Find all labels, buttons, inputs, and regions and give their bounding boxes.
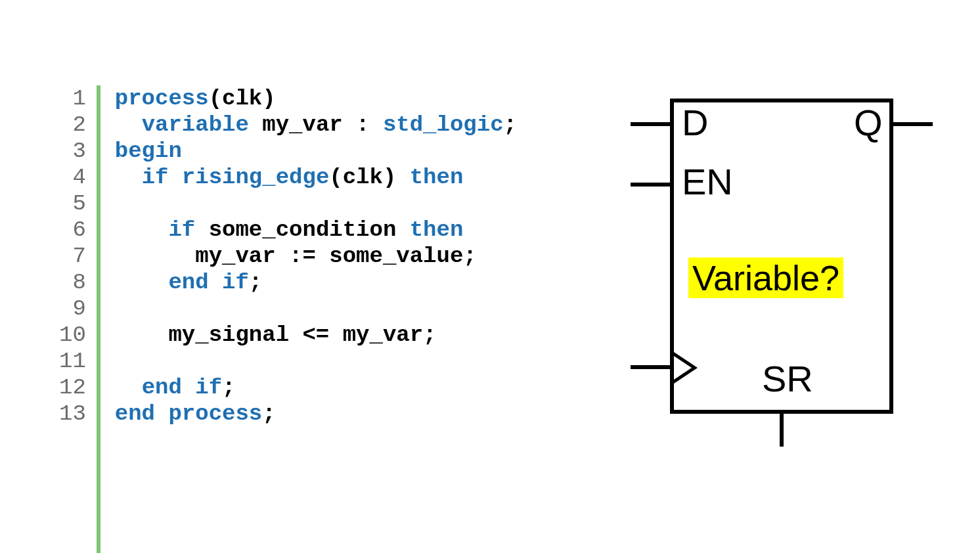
code-line: process(clk) [115,85,517,112]
line-number: 12 [59,374,86,401]
line-number: 8 [72,269,85,296]
label-d: D [682,101,708,144]
pin-en-wire [631,183,670,187]
pin-clk-wire [631,365,670,369]
line-number: 10 [59,322,86,348]
code-line: end process; [115,401,517,427]
label-sr: SR [762,357,813,400]
line-number: 2 [72,112,85,138]
line-number: 3 [72,138,85,164]
code-line: my_signal <= my_var; [115,322,517,348]
code-panel: 12345678910111213 process(clk) variable … [0,0,517,553]
clock-triangle-inner [674,356,692,380]
code-line: end if; [115,269,517,296]
code-border [97,85,100,553]
line-number: 5 [72,190,85,217]
label-q: Q [854,101,883,144]
code-line [115,296,517,322]
label-variable-highlight: Variable? [688,257,843,298]
code-line: if rising_edge(clk) then [115,164,517,190]
code-line: end if; [115,374,517,401]
code-line: begin [115,138,517,164]
code-lines: process(clk) variable my_var : std_logic… [115,85,517,553]
code-line: my_var := some_value; [115,243,517,269]
pin-d-wire [631,122,670,126]
line-number: 7 [72,243,85,269]
pin-q-wire [893,122,933,126]
flipflop-diagram: D Q EN Variable? SR [631,92,920,460]
pin-sr-wire [780,414,784,447]
line-number: 11 [59,348,86,374]
line-number: 1 [72,85,85,112]
line-number: 9 [72,296,85,322]
label-en: EN [682,160,733,203]
code-line [115,190,517,217]
line-number-gutter: 12345678910111213 [59,85,97,553]
code-line: variable my_var : std_logic; [115,112,517,138]
line-number: 4 [72,164,85,190]
line-number: 6 [72,217,85,243]
code-line: if some_condition then [115,217,517,243]
line-number: 13 [59,401,86,427]
code-line [115,348,517,374]
